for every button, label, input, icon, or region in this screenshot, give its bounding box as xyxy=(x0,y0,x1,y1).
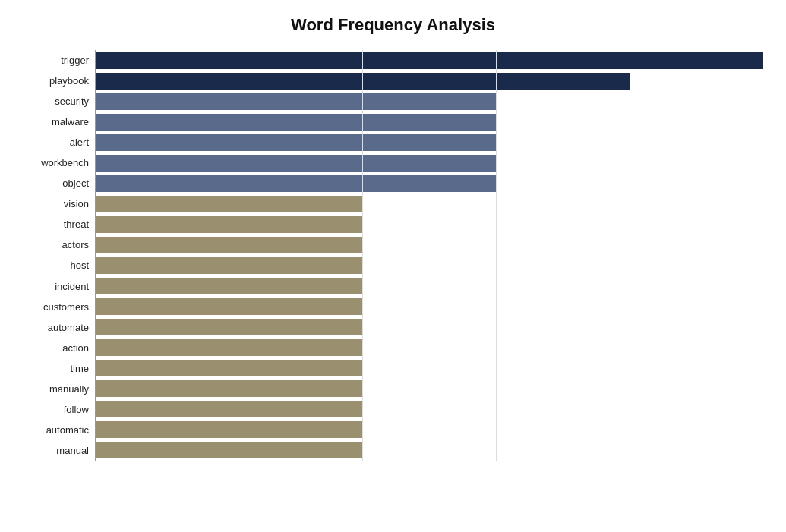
bar-row-playbook xyxy=(95,71,763,91)
bar-row-alert xyxy=(95,132,763,153)
bar-follow xyxy=(95,401,362,417)
y-label-incident: incident xyxy=(55,276,89,297)
chart-title: Word Frequency Analysis xyxy=(23,15,763,35)
y-label-time: time xyxy=(70,358,89,379)
bar-actors xyxy=(95,237,362,253)
bar-automatic xyxy=(95,421,362,438)
bar-row-customers xyxy=(95,297,763,317)
bar-row-workbench xyxy=(95,153,763,173)
bar-row-object xyxy=(95,173,763,194)
bar-row-vision xyxy=(95,194,763,214)
plot-inner xyxy=(95,50,763,461)
bar-time xyxy=(95,360,362,376)
bar-row-automatic xyxy=(95,420,763,440)
bar-trigger xyxy=(95,52,763,69)
y-label-host: host xyxy=(70,255,89,275)
y-label-follow: follow xyxy=(64,399,89,420)
y-label-automate: automate xyxy=(48,317,89,338)
bar-row-security xyxy=(95,91,763,112)
y-label-customers: customers xyxy=(43,297,89,317)
y-label-alert: alert xyxy=(70,132,89,153)
bar-security xyxy=(95,93,496,110)
bar-workbench xyxy=(95,155,496,172)
y-label-workbench: workbench xyxy=(41,153,89,173)
bar-row-malware xyxy=(95,112,763,132)
bar-row-manual xyxy=(95,440,763,461)
bar-alert xyxy=(95,134,496,151)
y-axis: triggerplaybooksecuritymalwarealertworkb… xyxy=(23,50,95,461)
y-label-playbook: playbook xyxy=(49,71,89,91)
bar-row-host xyxy=(95,255,763,275)
bar-manually xyxy=(95,380,362,397)
bar-host xyxy=(95,257,362,274)
bar-playbook xyxy=(95,73,630,90)
chart-area: triggerplaybooksecuritymalwarealertworkb… xyxy=(23,50,763,461)
bar-object xyxy=(95,175,496,192)
y-label-malware: malware xyxy=(52,112,89,132)
y-label-automatic: automatic xyxy=(46,420,89,440)
bar-automate xyxy=(95,319,362,335)
y-label-security: security xyxy=(55,91,89,112)
bar-row-threat xyxy=(95,214,763,235)
chart-container: Word Frequency Analysis triggerplaybooks… xyxy=(0,0,786,532)
bar-malware xyxy=(95,114,496,131)
bar-threat xyxy=(95,216,362,233)
bar-row-automate xyxy=(95,317,763,338)
bar-row-follow xyxy=(95,399,763,420)
bar-row-manually xyxy=(95,379,763,399)
bar-row-trigger xyxy=(95,50,763,71)
y-label-action: action xyxy=(62,338,89,358)
y-label-object: object xyxy=(62,173,89,194)
bar-row-action xyxy=(95,338,763,358)
y-label-actors: actors xyxy=(62,235,89,255)
bar-incident xyxy=(95,278,362,294)
bar-action xyxy=(95,339,362,356)
bar-vision xyxy=(95,196,362,212)
bar-row-time xyxy=(95,358,763,379)
y-label-vision: vision xyxy=(64,194,89,214)
bar-manual xyxy=(95,442,362,458)
y-label-manual: manual xyxy=(56,440,89,461)
y-label-trigger: trigger xyxy=(61,50,89,71)
bar-row-actors xyxy=(95,235,763,255)
y-label-threat: threat xyxy=(64,214,89,235)
bar-row-incident xyxy=(95,276,763,297)
y-label-manually: manually xyxy=(49,379,89,399)
bar-customers xyxy=(95,298,362,315)
